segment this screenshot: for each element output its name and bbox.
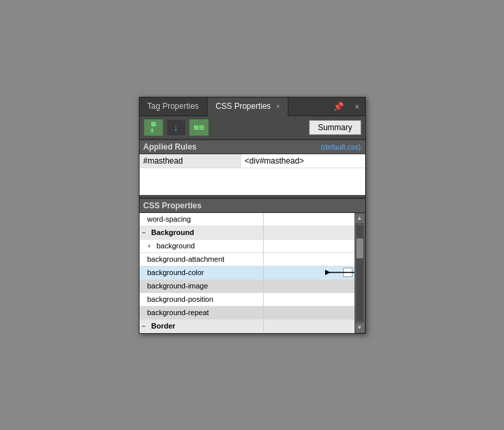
columns-icon: ⊞⊟: [194, 124, 204, 131]
prop-name-background-position: background-position: [140, 293, 264, 306]
tab-tag-properties-label: Tag Properties: [148, 101, 199, 111]
rules-empty-space: [140, 168, 365, 195]
scroll-down-button[interactable]: ▼: [354, 322, 365, 333]
default-css-link[interactable]: (default.css): [321, 143, 361, 151]
sort-icon: ↓: [174, 122, 178, 133]
table-row: − Border: [140, 320, 354, 333]
prop-value-word-spacing[interactable]: [264, 213, 354, 226]
prop-value-background-group: [264, 226, 354, 239]
collapse-icon[interactable]: −: [142, 322, 150, 330]
summary-button[interactable]: Summary: [309, 120, 360, 135]
prop-label: background-image: [148, 282, 208, 290]
columns-button[interactable]: ⊞⊟: [189, 119, 209, 136]
applied-rules-table: #masthead <div#masthead>: [140, 154, 365, 195]
selector-cell: #masthead: [140, 154, 241, 168]
prop-value-background-image[interactable]: [264, 280, 354, 292]
prop-value-background-repeat[interactable]: [264, 306, 354, 319]
element-cell: <div#masthead>: [241, 154, 365, 168]
css-properties-title: CSS Properties: [144, 201, 202, 210]
css-properties-header: CSS Properties: [140, 198, 365, 213]
selector-value: #masthead: [144, 156, 183, 166]
prop-label: background-position: [148, 295, 214, 303]
table-row: #masthead <div#masthead>: [140, 154, 365, 168]
table-row: background-repeat: [140, 306, 354, 320]
expand-icon[interactable]: +: [148, 242, 156, 250]
scroll-track[interactable]: [356, 225, 363, 321]
prop-name-word-spacing: word-spacing: [140, 213, 264, 226]
prop-value-border-group: [264, 320, 354, 333]
prop-name-background-repeat: background-repeat: [140, 306, 264, 319]
table-row: + background: [140, 240, 354, 253]
element-value: <div#masthead>: [245, 156, 304, 166]
scroll-thumb[interactable]: [356, 238, 363, 258]
scroll-up-button[interactable]: ▲: [354, 213, 365, 224]
table-row: background-position: [140, 293, 354, 306]
tab-css-properties-label: CSS Properties: [216, 101, 271, 111]
collapse-icon[interactable]: −: [142, 229, 150, 236]
prop-label: background-color: [148, 268, 204, 276]
group-label: Border: [152, 322, 176, 330]
prop-value-background-attachment[interactable]: [264, 253, 354, 266]
table-row: background-attachment: [140, 253, 354, 266]
tab-close-icon[interactable]: ×: [276, 103, 280, 110]
pin-icon[interactable]: 📌: [328, 97, 349, 116]
css-properties-container: word-spacing − Background + ba: [140, 213, 365, 333]
add-remove-button[interactable]: ⊞±: [144, 119, 164, 136]
css-properties-panel: Tag Properties CSS Properties × 📌 × ⊞± ↓…: [139, 97, 366, 334]
table-row: − Background: [140, 226, 354, 240]
prop-name-background-attachment: background-attachment: [140, 253, 264, 266]
prop-label: background-repeat: [148, 308, 209, 316]
prop-value-background[interactable]: [264, 240, 354, 252]
prop-value-background-position[interactable]: [264, 293, 354, 306]
table-row: word-spacing: [140, 213, 354, 226]
build-button[interactable]: [343, 268, 352, 277]
group-label: Background: [152, 228, 194, 236]
prop-value-background-color[interactable]: [264, 266, 354, 279]
tab-css-properties[interactable]: CSS Properties ×: [208, 97, 289, 116]
applied-rules-title: Applied Rules: [144, 142, 197, 152]
scrollbar[interactable]: ▲ ▼: [354, 213, 365, 333]
prop-name-background-image: background-image: [140, 280, 264, 292]
css-properties-table: word-spacing − Background + ba: [140, 213, 354, 333]
sort-button[interactable]: ↓: [166, 119, 186, 136]
tab-tag-properties[interactable]: Tag Properties: [140, 97, 208, 116]
table-row: background-image: [140, 280, 354, 293]
prop-label: word-spacing: [148, 215, 191, 223]
applied-rules-header: Applied Rules (default.css): [140, 140, 365, 154]
prop-label: background: [157, 242, 196, 250]
prop-name-background: + background: [140, 240, 264, 252]
toolbar: ⊞± ↓ ⊞⊟ Summary: [140, 116, 365, 140]
table-row: background-color Build button: [140, 266, 354, 280]
prop-name-background-group: − Background: [140, 226, 264, 239]
prop-label: background-attachment: [148, 255, 225, 263]
prop-name-background-color: background-color: [140, 266, 264, 279]
add-remove-icon: ⊞±: [151, 122, 156, 134]
prop-name-border-group: − Border: [140, 320, 264, 333]
window-close-icon[interactable]: ×: [349, 97, 365, 116]
tab-bar: Tag Properties CSS Properties × 📌 ×: [140, 97, 365, 116]
